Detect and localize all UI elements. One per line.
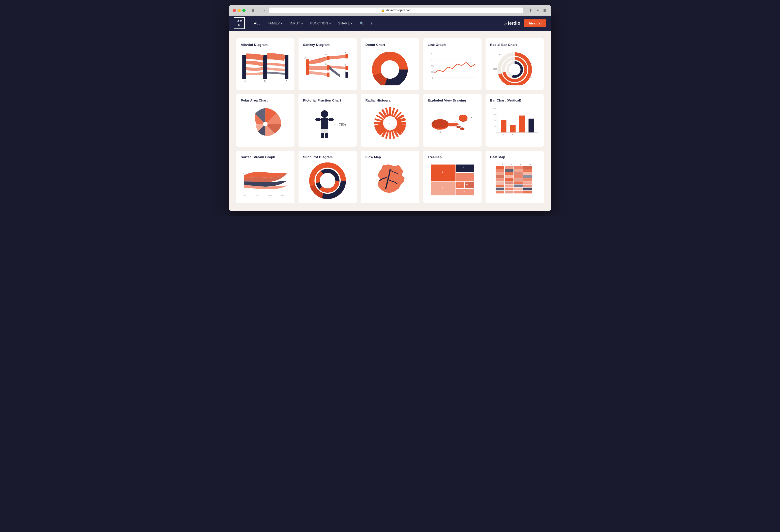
- site-logo[interactable]: D V P: [234, 17, 245, 29]
- card-radial-histogram[interactable]: Radial Histogram: [361, 94, 419, 147]
- svg-text:A: A: [517, 54, 518, 56]
- share-button[interactable]: ⬆: [528, 8, 533, 13]
- svg-text:C: C: [520, 163, 521, 166]
- card-bar-chart-vertical[interactable]: Bar Chart (Vertical) 0 200: [486, 94, 544, 147]
- svg-rect-192: [514, 191, 523, 194]
- svg-rect-189: [523, 188, 532, 191]
- svg-text:2: 2: [493, 189, 494, 191]
- svg-rect-188: [514, 188, 523, 191]
- svg-text:200: 200: [528, 62, 531, 64]
- svg-text:75%: 75%: [339, 123, 346, 126]
- svg-rect-160: [514, 166, 523, 169]
- card-alluvial-diagram[interactable]: Alluvial Diagram A: [236, 38, 294, 90]
- close-button[interactable]: [233, 9, 236, 12]
- back-button[interactable]: ‹: [258, 8, 261, 13]
- svg-text:A: A: [503, 134, 504, 136]
- svg-rect-161: [523, 166, 532, 169]
- svg-rect-7: [327, 56, 330, 60]
- sunburst-diagram-svg: [304, 161, 351, 199]
- svg-rect-52: [321, 118, 328, 129]
- card-donut-chart[interactable]: Donut Chart D A B C: [361, 38, 419, 90]
- svg-text:JAN: JAN: [243, 195, 246, 196]
- svg-rect-167: [505, 172, 513, 175]
- traffic-lights: [233, 9, 246, 12]
- svg-text:0: 0: [496, 132, 497, 134]
- new-tab-button[interactable]: +: [536, 8, 540, 13]
- minimize-button[interactable]: [238, 9, 241, 12]
- card-visual: [365, 161, 415, 199]
- svg-text:D: D: [345, 52, 346, 54]
- svg-rect-162: [496, 169, 504, 172]
- svg-text:600: 600: [494, 113, 497, 115]
- svg-rect-163: [505, 169, 513, 172]
- card-sorted-stream-graph[interactable]: Sorted Stream Graph A D C JAN FEB MAR: [236, 151, 294, 203]
- maximize-button[interactable]: [242, 9, 246, 12]
- search-button[interactable]: 🔍: [357, 19, 367, 27]
- svg-rect-187: [505, 188, 513, 191]
- svg-rect-8: [327, 65, 330, 70]
- nav-family[interactable]: FAMILY ▾: [265, 19, 286, 27]
- svg-rect-12: [346, 72, 348, 78]
- svg-rect-165: [523, 169, 532, 172]
- card-radial-bar-chart[interactable]: Radial Bar Chart A 200 800 600 C: [486, 38, 544, 90]
- nav-input[interactable]: INPUT ▾: [287, 19, 306, 27]
- card-title: Bar Chart (Vertical): [490, 99, 539, 102]
- card-exploded-view-drawing[interactable]: Exploded View Drawing: [423, 94, 482, 147]
- card-polar-area-chart[interactable]: Polar Area Chart: [236, 94, 294, 147]
- nav-shape[interactable]: SHAPE ▾: [335, 19, 356, 27]
- address-bar[interactable]: 🔒 datavizproject.com: [269, 8, 523, 13]
- svg-rect-2: [285, 55, 288, 79]
- svg-rect-171: [505, 175, 513, 178]
- svg-rect-190: [496, 191, 504, 194]
- card-title: Treemap: [428, 155, 477, 159]
- card-sankey-diagram[interactable]: Sankey Diagram: [298, 38, 357, 90]
- card-title: Sunburst Diagram: [303, 155, 352, 159]
- svg-rect-183: [505, 184, 513, 188]
- svg-rect-103: [501, 120, 506, 132]
- info-button[interactable]: ℹ: [368, 19, 376, 27]
- sidebar-toggle[interactable]: ⊞: [251, 8, 256, 13]
- card-visual: A B C D: [428, 104, 477, 142]
- svg-rect-166: [496, 172, 504, 175]
- card-title: Flow Map: [365, 155, 415, 159]
- lock-icon: 🔒: [381, 9, 385, 12]
- card-title: Donut Chart: [365, 43, 415, 47]
- svg-text:B: B: [511, 163, 512, 166]
- radial-histogram-svg: 20: [367, 104, 413, 142]
- chevron-down-icon: ▾: [281, 21, 283, 25]
- svg-rect-193: [523, 191, 532, 194]
- svg-text:B: B: [325, 53, 327, 56]
- nav-all[interactable]: ALL: [251, 19, 264, 27]
- svg-rect-10: [346, 54, 348, 58]
- svg-rect-181: [523, 181, 532, 184]
- card-visual: A B C D 9 8 7 6 5 4 3 2 1: [490, 161, 539, 199]
- svg-rect-106: [528, 119, 534, 132]
- card-line-graph[interactable]: Line Graph 0 200 400 600 800: [423, 38, 482, 90]
- hire-us-button[interactable]: hire us!: [524, 19, 546, 27]
- svg-text:9: 9: [493, 167, 494, 169]
- svg-rect-185: [523, 184, 532, 188]
- svg-rect-179: [505, 181, 513, 184]
- card-heat-map[interactable]: Heat Map A B C D 9 8 7 6 5 4: [486, 151, 544, 203]
- svg-point-86: [431, 119, 448, 129]
- svg-rect-158: [496, 166, 504, 169]
- card-visual: D A B C: [365, 49, 415, 86]
- bar-chart-vertical-svg: 0 200 400 600 1000 A B C D: [490, 106, 539, 140]
- nav-function[interactable]: FUNCTION ▾: [307, 19, 334, 27]
- svg-text:D: D: [531, 134, 532, 136]
- card-flow-map[interactable]: Flow Map: [361, 151, 419, 203]
- grid-button[interactable]: ⊞: [542, 8, 547, 13]
- url-text: datavizproject.com: [386, 9, 411, 12]
- svg-line-92: [452, 120, 458, 123]
- card-sunburst-diagram[interactable]: Sunburst Diagram: [298, 151, 357, 203]
- svg-rect-105: [519, 116, 525, 132]
- forward-button[interactable]: ›: [263, 8, 266, 13]
- chevron-down-icon: ▾: [351, 21, 353, 25]
- chevron-down-icon: ▾: [329, 21, 331, 25]
- nav-right: by ferdio hire us!: [504, 19, 546, 27]
- card-pictorial-fraction-chart[interactable]: Pictorial Fraction Chart: [298, 94, 357, 147]
- radial-bar-chart-svg: A 200 800 600 C 1000: [490, 49, 539, 86]
- svg-text:H: H: [464, 191, 465, 193]
- by-ferdio-label: by ferdio: [504, 21, 520, 26]
- card-treemap[interactable]: Treemap A C D B: [423, 151, 482, 203]
